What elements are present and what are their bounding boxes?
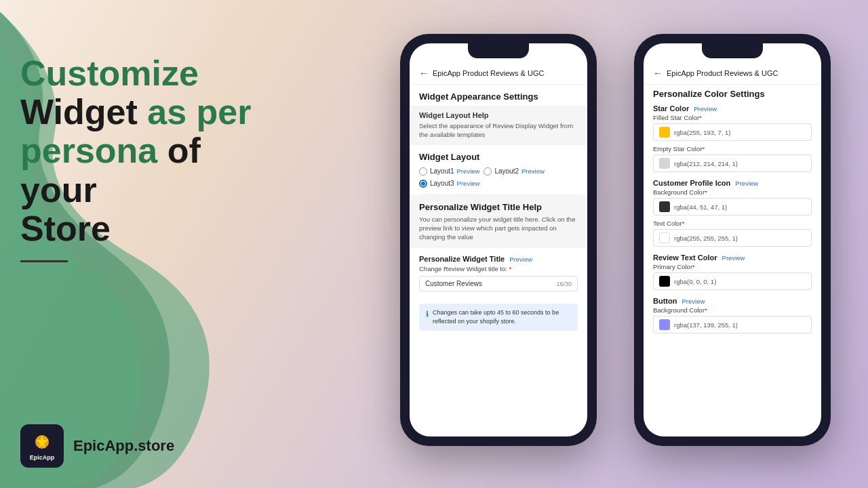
title-input[interactable]: Customer Reviews 16/30	[419, 276, 578, 291]
hero-text: Customize Widget as per persona of your …	[20, 54, 264, 262]
button-title: Button Preview	[653, 297, 812, 305]
profile-icon-group: Customer Profile Icon Preview Background…	[653, 179, 812, 247]
layout2-label: Layout2	[494, 167, 519, 175]
phone-left-notch	[468, 43, 529, 58]
layout1-radio[interactable]	[419, 167, 427, 176]
layout2-preview[interactable]: Preview	[521, 167, 545, 175]
button-bg-label: Background Color*	[653, 306, 812, 314]
color-settings-content: Personalize Color Settings Star Color Pr…	[644, 85, 821, 430]
phone-left-header: ← EpicApp Product Reviews & UGC	[410, 62, 587, 85]
widget-title-preview[interactable]: Preview	[509, 256, 532, 263]
back-arrow-left[interactable]: ←	[419, 68, 429, 79]
star-color-group: Star Color Preview Filled Star Color* rg…	[653, 104, 812, 172]
filled-star-swatch	[659, 127, 670, 138]
layout3-option[interactable]: Layout3 Preview	[419, 180, 479, 188]
profile-text-value: rgba(255, 255, 255, 1)	[674, 235, 738, 242]
phone-left: ← EpicApp Product Reviews & UGC Widget A…	[400, 34, 597, 446]
phone-right-app-title: EpicApp Product Reviews & UGC	[667, 69, 778, 77]
back-arrow-right[interactable]: ←	[653, 68, 663, 79]
svg-text:EpicApp: EpicApp	[30, 454, 55, 461]
button-bg-input[interactable]: rgba(137, 139, 255, 1)	[653, 316, 812, 333]
primary-color-label: Primary Color*	[653, 263, 812, 270]
filled-star-label: Filled Star Color*	[653, 114, 812, 121]
change-label: Change Review Widget title to: *	[419, 265, 578, 272]
help-title: Widget Layout Help	[419, 111, 578, 119]
layout1-label: Layout1	[430, 167, 454, 175]
phone-left-app-title: EpicApp Product Reviews & UGC	[433, 69, 544, 77]
logo-icon: EpicApp	[20, 424, 64, 468]
layout2-radio[interactable]	[484, 167, 492, 176]
widget-title-label: Personalize Widget Title Preview	[419, 255, 578, 263]
color-settings-title: Personalize Color Settings	[653, 89, 812, 99]
profile-text-swatch	[659, 232, 670, 243]
layout-options: Layout1 Preview Layout2 Preview Layout3 …	[419, 167, 578, 188]
char-count: 16/30	[556, 281, 572, 287]
button-preview[interactable]: Preview	[682, 298, 705, 305]
phone-right: ← EpicApp Product Reviews & UGC Personal…	[634, 34, 831, 446]
personalize-help-desc: You can personalize your widget title he…	[419, 215, 578, 242]
review-text-color-title: Review Text Color Preview	[653, 253, 812, 262]
info-text: Changes can take upto 45 to 60 seconds t…	[433, 308, 571, 325]
widget-layout-section: Widget Layout Layout1 Preview Layout2 Pr…	[410, 145, 587, 195]
phone-right-screen: ← EpicApp Product Reviews & UGC Personal…	[644, 43, 821, 436]
phone-left-screen: ← EpicApp Product Reviews & UGC Widget A…	[410, 43, 587, 436]
profile-bg-swatch	[659, 201, 670, 212]
logo-section: EpicApp EpicApp.store	[20, 424, 174, 468]
star-color-title: Star Color Preview	[653, 104, 812, 113]
layout2-option[interactable]: Layout2 Preview	[484, 167, 544, 176]
info-icon: ℹ	[426, 309, 429, 319]
hero-heading: Customize Widget as per persona of your …	[20, 54, 264, 248]
button-bg-value: rgba(137, 139, 255, 1)	[674, 321, 738, 329]
logo-text: EpicApp.store	[73, 437, 174, 455]
profile-text-input[interactable]: rgba(255, 255, 255, 1)	[653, 229, 812, 247]
layout3-radio[interactable]	[419, 180, 427, 188]
profile-bg-label: Background Color*	[653, 188, 812, 196]
phone-left-content: ← EpicApp Product Reviews & UGC Widget A…	[410, 43, 587, 436]
appearance-settings-title: Widget Appearance Settings	[410, 85, 587, 106]
required-marker: *	[509, 265, 512, 272]
layout3-preview[interactable]: Preview	[457, 180, 480, 187]
layout1-option[interactable]: Layout1 Preview	[419, 167, 479, 176]
star-color-preview[interactable]: Preview	[694, 105, 717, 113]
empty-star-swatch	[659, 158, 670, 169]
primary-color-swatch	[659, 276, 670, 287]
personalize-help-title: Personalize Widget Title Help	[419, 202, 578, 212]
hero-divider	[20, 260, 68, 262]
widget-layout-title: Widget Layout	[419, 152, 578, 162]
phone-right-notch	[702, 43, 763, 58]
review-text-preview[interactable]: Preview	[722, 254, 745, 262]
filled-star-input[interactable]: rgba(255, 193, 7, 1)	[653, 123, 812, 141]
empty-star-value: rgba(212, 214, 214, 1)	[674, 160, 738, 167]
layout1-preview[interactable]: Preview	[457, 167, 480, 175]
primary-color-input[interactable]: rgba(0, 0, 0, 1)	[653, 272, 812, 290]
empty-star-input[interactable]: rgba(212, 214, 214, 1)	[653, 155, 812, 172]
profile-bg-input[interactable]: rgba(44, 51, 47, 1)	[653, 198, 812, 216]
personalize-help-section: Personalize Widget Title Help You can pe…	[410, 195, 587, 249]
button-bg-swatch	[659, 319, 670, 330]
profile-icon-title: Customer Profile Icon Preview	[653, 179, 812, 187]
profile-bg-value: rgba(44, 51, 47, 1)	[674, 203, 727, 211]
title-value: Customer Reviews	[425, 280, 482, 287]
empty-star-label: Empty Star Color*	[653, 145, 812, 152]
button-group: Button Preview Background Color* rgba(13…	[653, 297, 812, 333]
primary-color-value: rgba(0, 0, 0, 1)	[674, 278, 716, 285]
phone-right-content: ← EpicApp Product Reviews & UGC Personal…	[644, 43, 821, 436]
help-section: Widget Layout Help Select the appearance…	[410, 106, 587, 145]
profile-text-label: Text Color*	[653, 220, 812, 227]
review-text-color-group: Review Text Color Preview Primary Color*…	[653, 253, 812, 290]
layout3-label: Layout3	[430, 180, 454, 187]
widget-title-section: Personalize Widget Title Preview Change …	[410, 248, 587, 298]
filled-star-value: rgba(255, 193, 7, 1)	[674, 129, 730, 136]
help-description: Select the appearance of Review Display …	[419, 121, 578, 140]
phone-right-header: ← EpicApp Product Reviews & UGC	[644, 62, 821, 85]
info-box: ℹ Changes can take upto 45 to 60 seconds…	[419, 304, 578, 330]
profile-icon-preview[interactable]: Preview	[735, 180, 758, 187]
